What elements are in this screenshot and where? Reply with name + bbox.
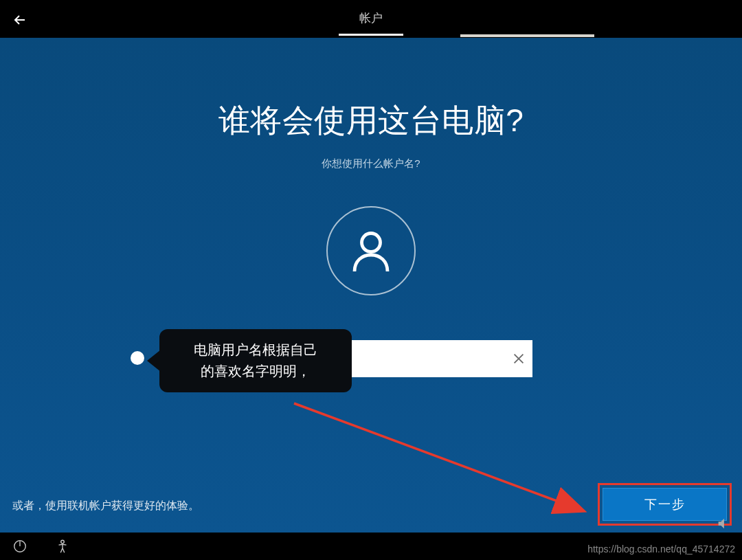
user-icon xyxy=(346,226,396,276)
tab-underline xyxy=(460,34,594,37)
topbar: 帐户 xyxy=(0,0,742,38)
ease-of-access-icon[interactable] xyxy=(55,539,70,554)
avatar-placeholder xyxy=(326,206,416,295)
annotation-tooltip: 电脑用户名根据自己 的喜欢名字明明， xyxy=(159,329,352,392)
annotation-dot xyxy=(131,351,144,365)
annotation-highlight-box: 下一步 xyxy=(598,483,732,526)
svg-point-4 xyxy=(61,540,65,544)
online-account-link[interactable]: 或者，使用联机帐户获得更好的体验。 xyxy=(12,499,199,513)
annotation-arrow xyxy=(275,374,605,539)
tab-bar: 帐户 xyxy=(325,0,417,38)
tooltip-line-2: 的喜欢名字明明， xyxy=(201,361,311,382)
status-bar: https://blog.csdn.net/qq_45714272 xyxy=(0,533,742,560)
page-subtitle: 你想使用什么帐户名? xyxy=(0,157,742,170)
clear-input-button[interactable] xyxy=(507,347,530,370)
tab-label: 帐户 xyxy=(359,10,383,26)
tab-account[interactable]: 帐户 xyxy=(325,0,417,38)
svg-point-0 xyxy=(362,234,381,252)
tooltip-line-1: 电脑用户名根据自己 xyxy=(194,339,317,361)
next-button[interactable]: 下一步 xyxy=(603,488,727,521)
volume-icon[interactable] xyxy=(716,516,731,534)
next-button-label: 下一步 xyxy=(644,496,686,513)
svg-line-2 xyxy=(294,403,583,511)
back-button[interactable] xyxy=(10,10,30,30)
page-title: 谁将会使用这台电脑? xyxy=(0,38,742,142)
watermark-text: https://blog.csdn.net/qq_45714272 xyxy=(587,544,735,555)
arrow-left-icon xyxy=(12,12,28,28)
close-icon xyxy=(511,351,526,366)
main-panel: 谁将会使用这台电脑? 你想使用什么帐户名? 电脑用户名根据自己 的喜欢名字明明，… xyxy=(0,38,742,533)
power-icon[interactable] xyxy=(12,539,27,554)
